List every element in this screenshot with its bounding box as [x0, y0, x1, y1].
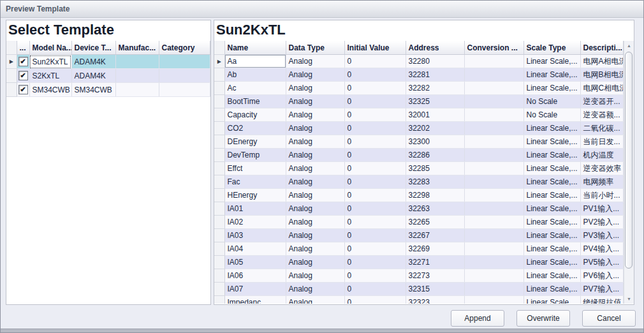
template-row[interactable]: ▶✔Sun2KxTLADAM4K [6, 55, 210, 69]
conversion-cell[interactable] [464, 135, 523, 149]
conversion-cell[interactable] [464, 216, 523, 229]
address-cell[interactable]: 32323 [406, 296, 464, 304]
address-cell[interactable]: 32325 [406, 95, 464, 108]
description-cell[interactable]: PV7输入... [580, 283, 624, 296]
scale-type-cell[interactable]: Linear Scale,... [523, 68, 580, 82]
tag-name-cell[interactable]: DevTemp [224, 149, 286, 162]
address-cell[interactable]: 32286 [406, 149, 464, 162]
vertical-scrollbar[interactable]: ▲ ▼ [624, 41, 634, 304]
initial-value-cell[interactable]: 0 [344, 296, 406, 304]
description-cell[interactable]: PV4输入... [580, 242, 624, 256]
col-header-initial-value[interactable]: Initial Value [344, 41, 406, 55]
description-cell[interactable]: 逆变器效率 [580, 162, 624, 175]
template-row[interactable]: ✔SM34CWBSM34CWB [6, 83, 210, 97]
tag-row[interactable]: DevTempAnalog032286Linear Scale,...机内温度 [214, 149, 624, 162]
address-cell[interactable]: 32202 [406, 122, 464, 135]
model-name-cell[interactable]: Sun2KxTL [29, 55, 71, 69]
scale-type-cell[interactable]: Linear Scale,... [523, 55, 580, 68]
tag-row[interactable]: IA01Analog032263Linear Scale,...PV1输入... [214, 202, 624, 216]
tag-name-cell[interactable]: CO2 [224, 122, 286, 135]
append-button[interactable]: Append [451, 310, 504, 327]
manufacturer-cell[interactable] [115, 55, 159, 69]
initial-value-cell[interactable]: 0 [344, 256, 406, 269]
address-cell[interactable]: 32263 [406, 202, 464, 216]
address-cell[interactable]: 32285 [406, 162, 464, 175]
tag-name-cell[interactable]: Impedanc [224, 296, 286, 304]
initial-value-cell[interactable]: 0 [344, 269, 406, 283]
scale-type-cell[interactable]: Linear Scale,... [523, 229, 580, 242]
data-type-cell[interactable]: Analog [286, 68, 344, 82]
scale-type-cell[interactable]: Linear Scale,... [523, 175, 580, 189]
initial-value-cell[interactable]: 0 [344, 68, 406, 82]
scale-type-cell[interactable]: Linear Scale,... [523, 202, 580, 216]
window-titlebar[interactable]: Preview Template [1, 1, 643, 18]
data-type-cell[interactable]: Analog [286, 82, 344, 95]
description-cell[interactable]: 当前小时... [580, 189, 624, 202]
tag-name-cell[interactable]: IA04 [224, 242, 286, 256]
description-cell[interactable]: 逆变器开... [580, 95, 624, 108]
manufacturer-cell[interactable] [115, 69, 159, 83]
conversion-cell[interactable] [464, 95, 523, 108]
category-cell[interactable] [159, 69, 210, 83]
data-type-cell[interactable]: Analog [286, 283, 344, 296]
cancel-button[interactable]: Cancel [582, 310, 636, 327]
conversion-cell[interactable] [464, 256, 523, 269]
conversion-cell[interactable] [464, 189, 523, 202]
col-header-manufacturer[interactable]: Manufac... [115, 41, 159, 55]
col-header-scale-type[interactable]: Scale Type [523, 41, 580, 55]
tag-row[interactable]: DEnergyAnalog032300Linear Scale,...当前日发.… [214, 135, 624, 149]
initial-value-cell[interactable]: 0 [344, 216, 406, 229]
description-cell[interactable]: 逆变器额... [580, 108, 624, 122]
checkbox-cell[interactable]: ✔ [17, 69, 29, 83]
conversion-cell[interactable] [464, 296, 523, 304]
description-cell[interactable]: 电网B相电流 [580, 68, 624, 82]
scale-type-cell[interactable]: Linear Scale,... [523, 256, 580, 269]
template-row[interactable]: ✔S2KxTLADAM4K [6, 69, 210, 83]
col-header-description[interactable]: Descripti... [580, 41, 624, 55]
tag-name-cell[interactable]: Capacity [224, 108, 286, 122]
address-cell[interactable]: 32265 [406, 216, 464, 229]
address-cell[interactable]: 32315 [406, 283, 464, 296]
data-type-cell[interactable]: Analog [286, 296, 344, 304]
device-type-cell[interactable]: SM34CWB [71, 83, 115, 97]
description-cell[interactable]: 电网频率 [580, 175, 624, 189]
tag-row[interactable]: CO2Analog032202Linear Scale,...二氧化碳... [214, 122, 624, 135]
initial-value-cell[interactable]: 0 [344, 108, 406, 122]
col-header-device-type[interactable]: Device T... [71, 41, 115, 55]
tag-name-cell[interactable]: IA07 [224, 283, 286, 296]
data-type-cell[interactable]: Analog [286, 95, 344, 108]
data-type-cell[interactable]: Analog [286, 229, 344, 242]
data-type-cell[interactable]: Analog [286, 269, 344, 283]
col-header-check[interactable]: ... [17, 41, 29, 55]
scale-type-cell[interactable]: Linear Scale,... [523, 122, 580, 135]
tag-name-cell[interactable]: IA05 [224, 256, 286, 269]
scrollbar-thumb[interactable] [625, 52, 633, 269]
checkbox-icon[interactable]: ✔ [18, 85, 28, 94]
tag-row[interactable]: IA06Analog032273Linear Scale,...PV6输入... [214, 269, 624, 283]
tag-name-cell[interactable]: Ac [224, 82, 286, 95]
tag-name-cell[interactable]: IA06 [224, 269, 286, 283]
data-type-cell[interactable]: Analog [286, 122, 344, 135]
tag-row[interactable]: IA02Analog032265Linear Scale,...PV2输入... [214, 216, 624, 229]
model-name-cell[interactable]: SM34CWB [29, 83, 71, 97]
address-cell[interactable]: 32300 [406, 135, 464, 149]
initial-value-cell[interactable]: 0 [344, 95, 406, 108]
initial-value-cell[interactable]: 0 [344, 149, 406, 162]
address-cell[interactable]: 32280 [406, 55, 464, 68]
initial-value-cell[interactable]: 0 [344, 202, 406, 216]
category-cell[interactable] [159, 55, 210, 69]
initial-value-cell[interactable]: 0 [344, 242, 406, 256]
tag-name-cell[interactable]: BootTime [224, 95, 286, 108]
address-cell[interactable]: 32267 [406, 229, 464, 242]
conversion-cell[interactable] [464, 122, 523, 135]
col-header-name[interactable]: Name [224, 41, 286, 55]
description-cell[interactable]: 机内温度 [580, 149, 624, 162]
tag-row[interactable]: IA05Analog032271Linear Scale,...PV5输入... [214, 256, 624, 269]
tag-name-cell[interactable]: Fac [224, 175, 286, 189]
address-cell[interactable]: 32298 [406, 189, 464, 202]
data-type-cell[interactable]: Analog [286, 202, 344, 216]
col-header-category[interactable]: Category [159, 41, 210, 55]
scale-type-cell[interactable]: Linear Scale,... [523, 162, 580, 175]
data-type-cell[interactable]: Analog [286, 162, 344, 175]
address-cell[interactable]: 32001 [406, 108, 464, 122]
